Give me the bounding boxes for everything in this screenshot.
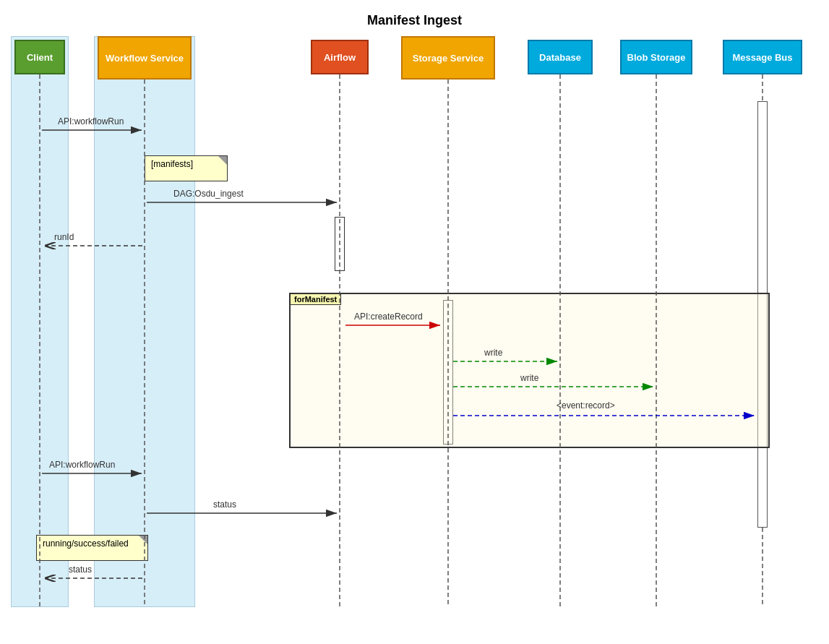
loop-forManifest: forManifest (289, 293, 770, 448)
actor-client: Client (14, 40, 65, 74)
activation-airflow (335, 217, 345, 271)
actor-airflow: Airflow (311, 40, 369, 74)
actor-blob: Blob Storage (620, 40, 692, 74)
note-status: running/success/failed (36, 535, 148, 561)
loop-label: forManifest (290, 293, 341, 305)
svg-text:status: status (69, 564, 92, 575)
actor-messagebus: Message Bus (723, 40, 802, 74)
client-panel (11, 36, 69, 607)
svg-text:status: status (213, 499, 236, 510)
sequence-diagram: Manifest Ingest Client Workflow Service … (0, 0, 829, 644)
note-manifests: [manifests] (145, 155, 228, 181)
actor-storage: Storage Service (401, 36, 495, 80)
diagram-title: Manifest Ingest (0, 6, 829, 28)
actor-database: Database (528, 40, 593, 74)
actor-workflow: Workflow Service (98, 36, 192, 80)
workflow-panel (94, 36, 195, 607)
